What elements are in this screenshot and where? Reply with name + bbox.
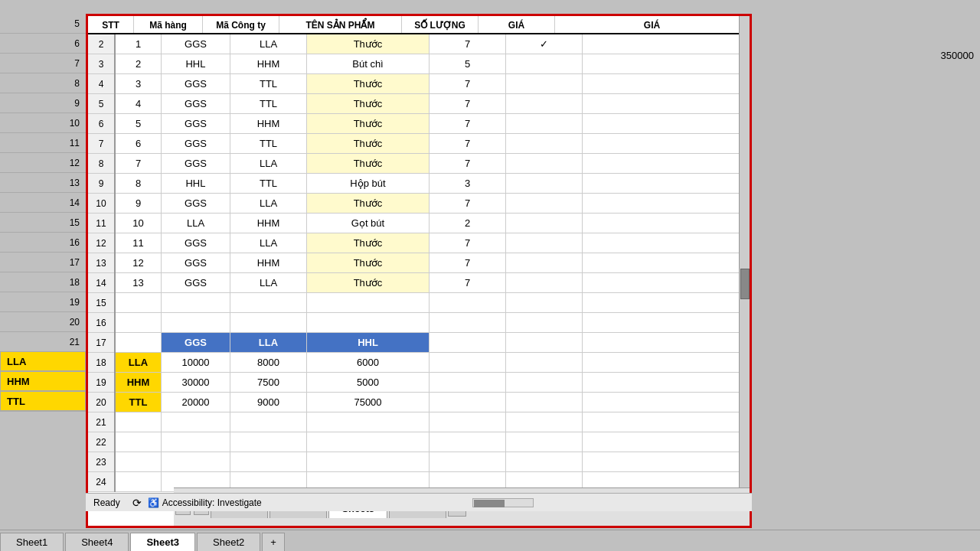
table-cell[interactable]: GGS: [162, 253, 230, 272]
table-cell[interactable]: 7500: [230, 373, 307, 392]
table-cell[interactable]: [430, 293, 506, 312]
table-cell[interactable]: [583, 154, 750, 173]
table-cell[interactable]: HHL: [307, 333, 430, 352]
table-cell[interactable]: [583, 34, 750, 54]
table-cell[interactable]: [506, 353, 583, 372]
table-cell[interactable]: 75000: [307, 393, 430, 412]
table-cell[interactable]: [506, 373, 583, 392]
table-cell[interactable]: [506, 293, 583, 312]
table-cell[interactable]: 7: [430, 194, 506, 213]
table-cell[interactable]: [583, 74, 750, 93]
table-cell[interactable]: [162, 432, 230, 452]
table-cell[interactable]: Thước: [307, 74, 430, 93]
table-row[interactable]: 4GGSTTLThước7: [116, 94, 750, 114]
table-cell[interactable]: Thước: [307, 154, 430, 173]
table-cell[interactable]: ✓: [506, 34, 583, 54]
summary-data-row[interactable]: TTL20000900075000: [116, 393, 750, 412]
table-cell[interactable]: GGS: [162, 194, 230, 213]
table-cell[interactable]: 4: [116, 94, 162, 113]
table-cell[interactable]: Thước: [307, 253, 430, 272]
table-cell[interactable]: [307, 313, 430, 332]
table-cell[interactable]: 1: [116, 34, 162, 54]
global-tab-sheet4[interactable]: Sheet4: [65, 533, 129, 551]
table-cell[interactable]: 20000: [162, 393, 230, 412]
table-cell[interactable]: LLA: [230, 194, 307, 213]
table-cell[interactable]: HHL: [162, 174, 230, 193]
table-cell[interactable]: [116, 333, 162, 352]
table-row[interactable]: 3GGSTTLThước7: [116, 74, 750, 94]
table-cell[interactable]: 7: [430, 273, 506, 292]
table-cell[interactable]: TTL: [230, 94, 307, 113]
table-cell[interactable]: [583, 273, 750, 292]
table-cell[interactable]: [116, 452, 162, 471]
table-cell[interactable]: TTL: [230, 134, 307, 153]
summary-data-row[interactable]: HHM3000075005000: [116, 373, 750, 393]
table-row[interactable]: 5GGSHHMThước7: [116, 114, 750, 134]
table-cell[interactable]: [430, 353, 506, 372]
table-cell[interactable]: 7: [430, 134, 506, 153]
table-cell[interactable]: 7: [430, 154, 506, 173]
table-cell[interactable]: [116, 313, 162, 332]
table-cell[interactable]: [583, 114, 750, 133]
table-cell[interactable]: [583, 452, 750, 471]
table-cell[interactable]: Thước: [307, 34, 430, 54]
table-row[interactable]: 12GGSHHMThước7: [116, 253, 750, 273]
table-cell[interactable]: TTL: [230, 74, 307, 93]
table-cell[interactable]: [162, 313, 230, 332]
table-row[interactable]: 2HHLHHMBút chì5: [116, 54, 750, 74]
vertical-scrollbar[interactable]: [739, 16, 750, 491]
table-cell[interactable]: [506, 214, 583, 233]
table-cell[interactable]: 7: [430, 34, 506, 54]
table-cell[interactable]: 10000: [162, 353, 230, 372]
table-cell[interactable]: [583, 373, 750, 392]
table-cell[interactable]: [116, 432, 162, 452]
table-cell[interactable]: GGS: [162, 233, 230, 253]
table-row[interactable]: [116, 313, 750, 333]
table-cell[interactable]: [116, 472, 162, 491]
table-cell[interactable]: [162, 293, 230, 312]
table-cell[interactable]: 3: [116, 74, 162, 93]
table-cell[interactable]: LLA: [162, 214, 230, 233]
table-row[interactable]: 1GGSLLAThước7✓: [116, 34, 750, 54]
table-cell[interactable]: [230, 412, 307, 432]
table-cell[interactable]: Thước: [307, 194, 430, 213]
table-cell[interactable]: [506, 333, 583, 352]
table-cell[interactable]: GGS: [162, 154, 230, 173]
table-cell[interactable]: [506, 154, 583, 173]
table-cell[interactable]: 10: [116, 214, 162, 233]
table-cell[interactable]: Thước: [307, 233, 430, 253]
table-cell[interactable]: [583, 253, 750, 272]
table-cell[interactable]: [583, 94, 750, 113]
summary-header-row[interactable]: GGSLLAHHL: [116, 333, 750, 353]
table-cell[interactable]: [230, 452, 307, 471]
global-tab-sheet1[interactable]: Sheet1: [0, 533, 64, 551]
table-cell[interactable]: 7: [430, 74, 506, 93]
table-cell[interactable]: LLA: [230, 154, 307, 173]
table-cell[interactable]: [506, 393, 583, 412]
table-cell[interactable]: [506, 54, 583, 73]
table-cell[interactable]: [506, 194, 583, 213]
table-cell[interactable]: [506, 253, 583, 272]
table-cell[interactable]: [230, 432, 307, 452]
scrollbar-thumb[interactable]: [740, 269, 750, 299]
table-cell[interactable]: LLA: [230, 34, 307, 54]
table-cell[interactable]: [506, 313, 583, 332]
table-cell[interactable]: 6: [116, 134, 162, 153]
table-cell[interactable]: TTL: [116, 393, 162, 412]
table-cell[interactable]: [230, 293, 307, 312]
table-cell[interactable]: GGS: [162, 134, 230, 153]
table-row[interactable]: 11GGSLLAThước7: [116, 233, 750, 253]
table-cell[interactable]: GGS: [162, 333, 230, 352]
table-cell[interactable]: [307, 412, 430, 432]
table-row[interactable]: 8HHLTTLHộp bút3: [116, 174, 750, 194]
table-cell[interactable]: LLA: [230, 233, 307, 253]
table-cell[interactable]: GGS: [162, 74, 230, 93]
table-cell[interactable]: [583, 293, 750, 312]
global-tab-sheet2[interactable]: Sheet2: [197, 533, 260, 551]
table-cell[interactable]: [430, 333, 506, 352]
table-cell[interactable]: [583, 353, 750, 372]
table-cell[interactable]: [430, 452, 506, 471]
table-row[interactable]: [116, 412, 750, 432]
table-cell[interactable]: 30000: [162, 373, 230, 392]
table-cell[interactable]: Thước: [307, 114, 430, 133]
